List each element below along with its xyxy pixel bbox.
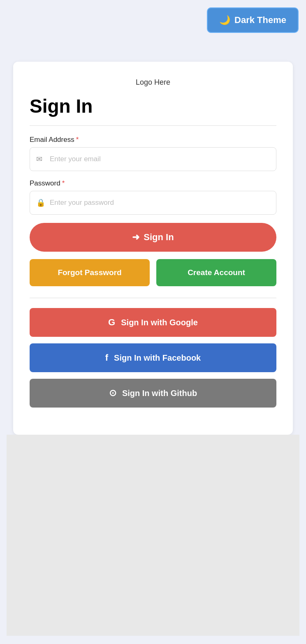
logo-placeholder: Logo Here [30, 78, 276, 87]
sign-in-arrow-icon: ➜ [132, 232, 139, 243]
github-sign-in-button[interactable]: ⊙ Sign In with Github [30, 379, 276, 408]
create-account-button[interactable]: Create Account [156, 259, 276, 286]
password-input[interactable] [30, 191, 276, 215]
forgot-password-button[interactable]: Forgot Password [30, 259, 150, 286]
lock-icon: 🔒 [36, 198, 45, 207]
sign-in-card: Logo Here Sign In Email Address * ✉ Pass… [13, 62, 293, 435]
facebook-icon: f [105, 352, 108, 363]
google-sign-in-button[interactable]: G Sign In with Google [30, 308, 276, 337]
moon-icon: 🌙 [219, 15, 230, 25]
title-divider [30, 125, 276, 126]
email-icon: ✉ [36, 155, 42, 164]
sign-in-button[interactable]: ➜ Sign In [30, 223, 276, 252]
github-icon: ⊙ [109, 388, 116, 398]
facebook-label: Sign In with Facebook [114, 353, 201, 363]
dark-theme-label: Dark Theme [234, 15, 286, 25]
sign-in-label: Sign In [144, 232, 174, 243]
outer-container: 🌙 Dark Theme Logo Here Sign In Email Add… [0, 0, 306, 644]
google-label: Sign In with Google [121, 318, 198, 327]
dark-theme-button[interactable]: 🌙 Dark Theme [207, 7, 299, 33]
password-required-star: * [62, 179, 65, 188]
google-icon: G [108, 317, 115, 328]
section-divider [30, 298, 276, 298]
page-title: Sign In [30, 95, 276, 117]
github-label: Sign In with Github [122, 389, 197, 398]
password-input-wrapper: 🔒 [30, 191, 276, 215]
email-input-wrapper: ✉ [30, 147, 276, 171]
email-input[interactable] [30, 147, 276, 171]
forgot-password-label: Forgot Password [58, 268, 121, 277]
bottom-area [7, 435, 299, 636]
action-buttons: Forgot Password Create Account [30, 259, 276, 286]
email-label: Email Address * [30, 136, 276, 144]
create-account-label: Create Account [188, 268, 245, 277]
email-required-star: * [76, 136, 79, 144]
password-label: Password * [30, 179, 276, 188]
facebook-sign-in-button[interactable]: f Sign In with Facebook [30, 343, 276, 372]
